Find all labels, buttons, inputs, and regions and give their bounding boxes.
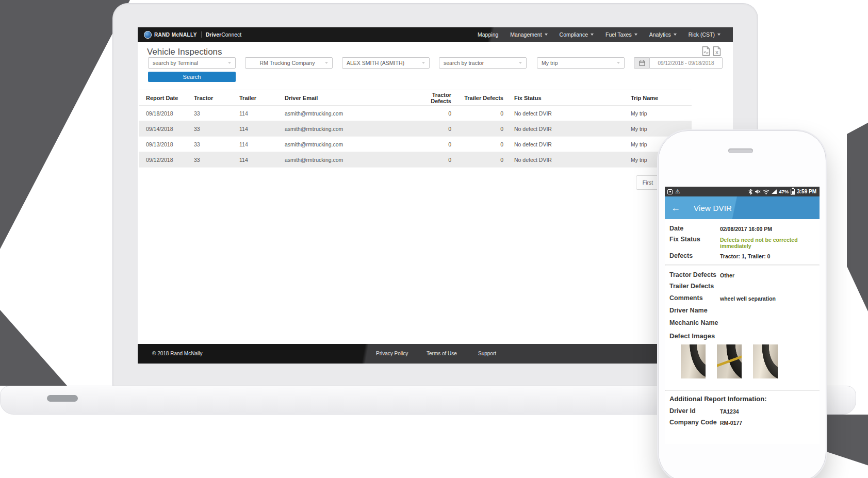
col-trailer: Trailer: [238, 95, 283, 101]
footer-link-privacy[interactable]: Privacy Policy: [376, 351, 408, 356]
brand-logo-link[interactable]: RAND McNALLY DriverConnect: [144, 31, 241, 39]
field-driver-name: Driver Name: [665, 307, 820, 315]
export-excel-icon[interactable]: X: [713, 46, 721, 56]
caret-down-icon: [545, 34, 548, 36]
field-label: Driver Name: [669, 307, 720, 315]
field-value: wheel well separation: [720, 295, 808, 302]
app-footer: © 2018 Rand McNally Privacy Policy Terms…: [138, 344, 733, 364]
battery-percent: 47%: [779, 189, 789, 194]
dvir-body: Date 02/08/2017 16:00 PM Fix Status Defe…: [665, 219, 820, 426]
cell-trailer-defects: 0: [451, 126, 503, 132]
company-select[interactable]: RM Trucking Company: [245, 57, 333, 69]
field-driver-id: Driver Id TA1234: [665, 408, 820, 415]
field-comments: Comments wheel well separation: [665, 295, 820, 302]
terminal-select[interactable]: search by Terminal: [148, 57, 236, 69]
field-label: Defect Images: [669, 333, 752, 340]
pagination-first-button[interactable]: First: [636, 175, 660, 190]
caret-down-icon: [519, 62, 522, 64]
calendar-icon: [639, 60, 645, 66]
caret-down-icon: [617, 62, 620, 64]
field-value: Tractor: 1, Trailer: 0: [720, 253, 808, 260]
field-value: [720, 283, 808, 284]
nav-item-mapping[interactable]: Mapping: [478, 31, 498, 38]
divider: [665, 265, 820, 266]
defect-image-thumbnail[interactable]: [717, 344, 742, 378]
nav-item-user-menu[interactable]: Rick (CST): [689, 31, 720, 38]
table-row[interactable]: 09/14/2018 33 114 asmith@rmtrucking.com …: [139, 121, 692, 137]
trip-select[interactable]: My trip: [537, 57, 625, 69]
caret-down-icon: [228, 62, 231, 64]
terminal-select-value: search by Terminal: [153, 60, 228, 66]
nav-item-fuel-taxes[interactable]: Fuel Taxes: [605, 31, 637, 38]
table-row[interactable]: 09/13/2018 33 114 asmith@rmtrucking.com …: [139, 137, 692, 152]
date-range-input[interactable]: 09/12/2018 - 09/18/2018: [649, 57, 723, 69]
caret-down-icon: [422, 62, 425, 64]
col-fix-status: Fix Status: [503, 95, 622, 101]
field-fix-status: Fix Status Defects need not be corrected…: [665, 236, 820, 250]
field-company-code: Company Code RM-0177: [665, 419, 820, 426]
backdrop-shape-top-left: [0, 0, 130, 249]
status-right-icons: 47% 3:59 PM: [748, 189, 820, 195]
cell-tractor: 33: [192, 157, 238, 163]
back-arrow-button[interactable]: ←: [671, 203, 680, 212]
field-label: Driver Id: [669, 408, 720, 415]
status-left-icons: ⚠: [667, 189, 680, 194]
field-tractor-defects: Tractor Defects Other: [665, 272, 820, 279]
calendar-button[interactable]: [634, 57, 649, 69]
caret-down-icon: [325, 62, 328, 64]
nav-item-management[interactable]: Management: [510, 31, 547, 38]
table-row[interactable]: 09/18/2018 33 114 asmith@rmtrucking.com …: [139, 106, 692, 121]
phone-mockup: ⚠ 47%: [658, 130, 826, 478]
cell-tractor-defects: 0: [410, 110, 451, 117]
cell-trailer: 114: [238, 141, 283, 147]
field-label: Company Code: [669, 419, 720, 426]
col-trip-name: Trip Name: [622, 95, 692, 101]
table-row[interactable]: 09/12/2018 33 114 asmith@rmtrucking.com …: [139, 152, 692, 168]
nav-items: Mapping Management Compliance Fuel Taxes…: [478, 31, 733, 38]
divider: [665, 390, 820, 391]
nav-item-analytics[interactable]: Analytics: [649, 31, 677, 38]
phone-status-bar: ⚠ 47%: [665, 187, 820, 196]
defect-image-list: [681, 344, 820, 378]
nav-item-label: Rick (CST): [689, 31, 715, 38]
wifi-icon: [763, 189, 769, 194]
driverconnect-web-app: RAND McNALLY DriverConnect Mapping Manag…: [138, 27, 733, 364]
caret-down-icon: [674, 34, 677, 36]
footer-link-support[interactable]: Support: [478, 351, 496, 356]
defect-image-thumbnail[interactable]: [681, 344, 706, 378]
driver-select[interactable]: ALEX SMITH (ASMITH): [342, 57, 430, 69]
nav-item-compliance[interactable]: Compliance: [560, 31, 594, 38]
cell-driver-email: asmith@rmtrucking.com: [283, 110, 410, 117]
tractor-select[interactable]: search by tractor: [439, 57, 527, 69]
filter-bar: search by Terminal RM Trucking Company A…: [138, 57, 733, 69]
status-time: 3:59 PM: [797, 189, 816, 194]
svg-text:X: X: [715, 50, 718, 55]
field-value: RM-0177: [720, 419, 808, 426]
cell-trailer-defects: 0: [451, 110, 503, 117]
field-label: Mechanic Name: [669, 320, 720, 327]
marketing-mockup-stage: RAND McNALLY DriverConnect Mapping Manag…: [0, 0, 868, 478]
mute-speaker-icon: [755, 189, 761, 194]
cell-tractor: 33: [192, 141, 238, 147]
nav-item-label: Fuel Taxes: [605, 31, 632, 38]
brand-name: RAND McNALLY: [154, 32, 197, 38]
col-trailer-defects: Trailer Defects: [451, 95, 503, 101]
search-button[interactable]: Search: [148, 72, 236, 82]
screenshot-icon: [667, 189, 673, 194]
col-report-date: Report Date: [139, 95, 192, 101]
dvir-title: View DVIR: [694, 204, 732, 212]
nav-item-label: Analytics: [649, 31, 671, 38]
cell-tractor-defects: 0: [410, 157, 451, 163]
field-label: Defects: [669, 253, 720, 260]
field-value: [720, 320, 808, 320]
cell-report-date: 09/13/2018: [139, 141, 192, 147]
field-label: Comments: [669, 295, 720, 302]
footer-link-terms[interactable]: Terms of Use: [427, 351, 457, 356]
export-pdf-icon[interactable]: [702, 46, 710, 56]
rand-mcnally-globe-icon: [144, 31, 152, 39]
defect-image-thumbnail[interactable]: [753, 344, 778, 378]
cell-fix-status: No defect DVIR: [503, 126, 622, 132]
caret-down-icon: [591, 34, 594, 36]
cell-signal-icon: [772, 189, 777, 194]
cell-report-date: 09/12/2018: [139, 157, 192, 163]
